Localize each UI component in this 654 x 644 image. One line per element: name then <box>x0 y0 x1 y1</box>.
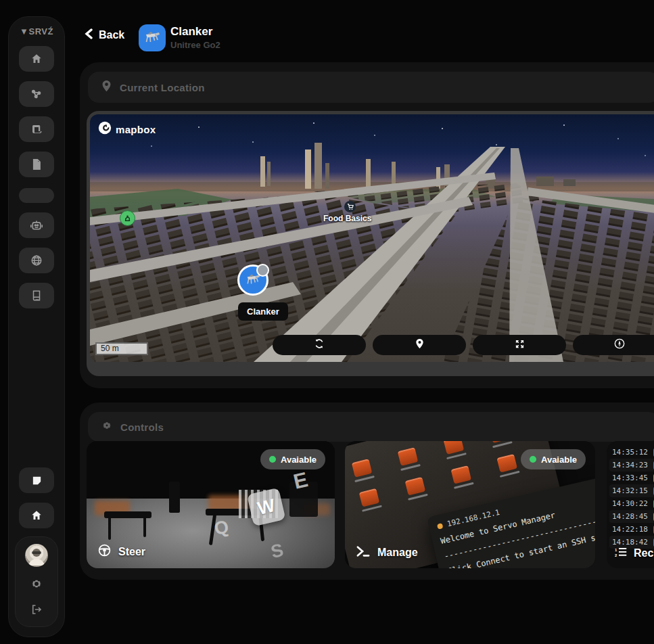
sidebar-item-documents[interactable] <box>19 152 54 177</box>
back-label: Back <box>99 29 124 41</box>
sidebar-item-docsbook[interactable] <box>19 283 54 308</box>
key-w: W <box>247 488 286 527</box>
steer-card[interactable]: Q W E S Avaiable Steer <box>87 441 335 568</box>
robot-dog-icon <box>143 28 162 47</box>
status-dot <box>269 456 276 463</box>
map-stars <box>90 114 91 116</box>
controls-section-header: Controls <box>88 412 654 442</box>
settings-gear-icon <box>30 578 43 593</box>
settings-gear-icon <box>101 420 112 434</box>
profile-group <box>15 536 58 627</box>
refresh-icon <box>314 338 325 352</box>
robot-marker[interactable] <box>237 264 268 296</box>
sidebar-item-network[interactable] <box>19 81 54 107</box>
svg-text:1: 1 <box>615 548 617 552</box>
log-row: 14:30:22SUCCESS <box>609 497 654 510</box>
app-window: ▼SRVŹ <box>0 0 654 644</box>
chevron-left-icon <box>85 28 93 42</box>
home-icon <box>30 53 43 65</box>
store-poi-label: Food Basics <box>323 214 371 223</box>
fullscreen-icon <box>515 339 525 352</box>
page-title: Clanker <box>170 25 212 39</box>
sitemap-icon <box>30 88 43 100</box>
terminal-prompt-icon <box>356 545 371 560</box>
controls-section-title: Controls <box>120 421 164 433</box>
logout-button[interactable] <box>30 603 43 618</box>
page-subtitle: Unitree Go2 <box>170 40 220 50</box>
compass-icon <box>614 338 625 352</box>
log-row: 14:22:18ERROR <box>609 523 654 536</box>
manage-status-badge: Avaiable <box>521 449 586 469</box>
location-section-header: Current Location <box>88 72 654 103</box>
document-icon <box>31 158 42 170</box>
sidebar-item-network-globe[interactable] <box>19 248 54 273</box>
key-e: E <box>291 467 310 495</box>
settings-button[interactable] <box>30 578 43 593</box>
app-logo: ▼SRVŹ <box>20 26 53 37</box>
manage-card[interactable]: 192.168.12.1 Welcome to Servo Manager --… <box>345 441 595 568</box>
user-avatar[interactable] <box>25 544 48 567</box>
controls-section: Controls Q W E <box>80 402 654 580</box>
records-card[interactable]: 14:35:12INFO 14:34:23INFO 14:33:45WARNIN… <box>607 441 654 568</box>
map-fullscreen-button[interactable] <box>473 335 566 355</box>
mapbox-wordmark: mapbox <box>116 124 156 135</box>
marker-tooltip: Clanker <box>238 302 288 321</box>
store-poi-icon[interactable] <box>344 201 356 212</box>
svg-text:2: 2 <box>615 553 617 557</box>
sidebar-item-blank[interactable] <box>19 188 54 203</box>
steering-wheel-icon <box>97 543 112 560</box>
location-section: Current Location <box>80 62 654 388</box>
mapbox-icon <box>98 121 112 137</box>
manage-card-label: Manage <box>377 547 418 559</box>
location-section-title: Current Location <box>120 82 205 93</box>
steer-status-badge: Avaiable <box>260 449 325 469</box>
log-row: 14:34:23INFO <box>609 459 654 472</box>
sidebar-item-robots[interactable] <box>19 212 54 238</box>
robot-avatar[interactable] <box>139 24 166 51</box>
map-locate-button[interactable] <box>373 335 466 355</box>
sidebar-item-scripts[interactable] <box>19 116 54 142</box>
book-icon <box>31 290 42 302</box>
globe-icon <box>30 254 43 267</box>
map-scale-bar: 50 m <box>95 342 148 355</box>
location-pin-icon <box>101 80 112 95</box>
map-frame: mapbox Food Basics Clanker 50 <box>87 111 654 376</box>
records-card-label: Rec <box>634 547 653 559</box>
mapbox-logo[interactable]: mapbox <box>98 121 156 137</box>
sidebar: ▼SRVŹ <box>8 16 65 637</box>
robot-icon <box>30 219 43 231</box>
status-dot <box>530 456 536 463</box>
map-compass-button[interactable] <box>573 335 654 355</box>
location-pin-icon <box>415 338 424 352</box>
sidebar-item-home[interactable] <box>19 46 54 72</box>
key-q: Q <box>212 516 231 540</box>
home-icon <box>30 509 43 522</box>
logout-icon <box>30 603 43 618</box>
numbered-list-icon: 12 <box>615 547 627 560</box>
sidebar-item-notes[interactable] <box>19 467 54 493</box>
terminal-status-dot <box>437 523 444 530</box>
scroll-icon <box>30 123 43 135</box>
map-canvas[interactable]: mapbox Food Basics Clanker 50 <box>90 114 654 362</box>
key-s: S <box>269 540 286 563</box>
map-refresh-button[interactable] <box>273 335 366 355</box>
steer-card-label: Steer <box>118 546 145 558</box>
log-row: 14:32:15INFO <box>609 484 654 497</box>
map-scene <box>90 114 654 362</box>
sidebar-item-home-secondary[interactable] <box>19 503 54 528</box>
log-row: 14:33:45WARNING <box>609 472 654 484</box>
park-poi-icon[interactable] <box>120 210 135 226</box>
note-icon <box>31 475 43 486</box>
back-button[interactable]: Back <box>85 28 124 42</box>
log-row: 14:28:45WARNING <box>609 510 654 523</box>
marker-status-dot <box>256 264 269 277</box>
log-row: 14:35:12INFO <box>609 446 654 459</box>
